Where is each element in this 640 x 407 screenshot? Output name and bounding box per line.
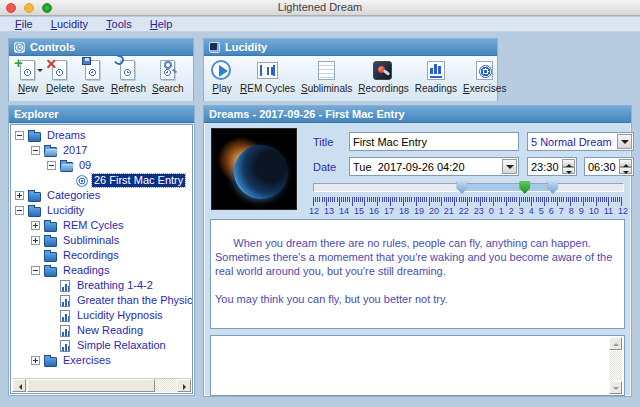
expand-icon[interactable] bbox=[31, 221, 40, 230]
tree-item-breathing-1-4-2[interactable]: Breathing 1-4-2 bbox=[11, 278, 192, 293]
scrollbar-thumb[interactable] bbox=[27, 379, 155, 392]
delete-button[interactable]: ✕ Delete bbox=[43, 58, 78, 96]
collapse-icon[interactable] bbox=[31, 266, 40, 275]
lucidity-panel-icon bbox=[209, 42, 220, 53]
readings-icon bbox=[424, 59, 448, 83]
scroll-right-icon[interactable] bbox=[177, 379, 191, 392]
tree-item-simple-relaxation[interactable]: Simple Relaxation bbox=[11, 338, 192, 353]
timeline-marker-end[interactable] bbox=[547, 181, 558, 194]
ruler-tick bbox=[596, 197, 597, 206]
ruler-tick bbox=[384, 197, 385, 202]
new-button[interactable]: + New bbox=[13, 58, 43, 96]
dream-image[interactable] bbox=[211, 128, 297, 210]
timeline-slider[interactable] bbox=[313, 181, 624, 194]
menu-help[interactable]: Help bbox=[141, 17, 182, 31]
ruler-tick bbox=[382, 197, 383, 202]
tree-item-subliminals[interactable]: Subliminals bbox=[11, 233, 192, 248]
play-button[interactable]: Play bbox=[207, 58, 237, 96]
menu-file[interactable]: File bbox=[6, 17, 42, 31]
rem-cycles-icon bbox=[256, 59, 280, 83]
ruler-tick bbox=[544, 197, 545, 206]
ruler-tick bbox=[495, 197, 496, 202]
scroll-left-icon[interactable] bbox=[12, 379, 26, 392]
recordings-button[interactable]: Recordings bbox=[355, 58, 412, 96]
collapse-icon[interactable] bbox=[15, 131, 24, 140]
explorer-horizontal-scrollbar[interactable] bbox=[12, 378, 191, 392]
spinner-buttons[interactable] bbox=[562, 159, 575, 174]
sleep-time-spinner[interactable]: 23:30 bbox=[527, 157, 577, 176]
wake-time-spinner[interactable]: 06:30 bbox=[584, 157, 634, 176]
tree-item-26-first-mac-entry[interactable]: 26 First Mac Entry bbox=[11, 173, 192, 188]
hour-label: 13 bbox=[324, 206, 334, 216]
dream-type-select[interactable]: 5 Normal Dream bbox=[527, 132, 634, 151]
hour-label: 5 bbox=[539, 206, 544, 216]
scroll-down-icon[interactable] bbox=[609, 381, 622, 394]
expand-icon[interactable] bbox=[15, 191, 24, 200]
ruler-tick bbox=[386, 197, 387, 202]
chevron-down-icon[interactable] bbox=[617, 134, 632, 149]
timeline-marker-start[interactable] bbox=[456, 181, 467, 194]
tree-item-lucidity-hypnosis[interactable]: Lucidity Hypnosis bbox=[11, 308, 192, 323]
tree-item-readings[interactable]: Readings bbox=[11, 263, 192, 278]
tree-item-greater-than-the-physical[interactable]: Greater than the Physical W bbox=[11, 293, 192, 308]
ruler-tick bbox=[405, 197, 406, 202]
save-button[interactable]: Save bbox=[78, 58, 108, 96]
controls-panel-title: Controls bbox=[30, 41, 75, 53]
ruler-tick bbox=[566, 197, 567, 202]
notes-vertical-scrollbar[interactable] bbox=[609, 337, 623, 394]
refresh-button[interactable]: Refresh bbox=[108, 58, 149, 96]
ruler-tick bbox=[540, 197, 541, 202]
lucidity-toolbar: Play REM Cycles Subliminals Recordings R… bbox=[204, 56, 497, 101]
dream-body-textarea[interactable]: When you dream there are no rules, peopl… bbox=[210, 219, 625, 329]
expand-icon[interactable] bbox=[31, 236, 40, 245]
exercises-button[interactable]: Exercises bbox=[460, 58, 509, 96]
menu-lucidity[interactable]: Lucidity bbox=[42, 17, 97, 31]
ruler-tick bbox=[546, 197, 547, 202]
tree-item-2017[interactable]: 2017 bbox=[11, 143, 192, 158]
delete-entry-icon: ✕ bbox=[48, 59, 72, 83]
ruler-tick bbox=[330, 197, 331, 202]
tree-item-exercises[interactable]: Exercises bbox=[11, 353, 192, 368]
ruler-tick bbox=[587, 197, 588, 202]
explorer-tree: Dreams 2017 09 26 First Mac Entry Catego bbox=[10, 124, 193, 394]
folder-icon bbox=[44, 267, 57, 277]
explorer-panel-header: Explorer bbox=[9, 106, 194, 123]
tree-item-rem-cycles[interactable]: REM Cycles bbox=[11, 218, 192, 233]
date-picker[interactable]: Tue 2017-09-26 04:20 bbox=[349, 157, 519, 176]
collapse-icon[interactable] bbox=[15, 206, 24, 215]
spinner-buttons[interactable] bbox=[619, 159, 632, 174]
ruler-tick bbox=[512, 197, 513, 202]
ruler-tick bbox=[474, 197, 475, 202]
rem-cycles-button[interactable]: REM Cycles bbox=[237, 58, 298, 96]
scrollbar-track[interactable] bbox=[609, 351, 622, 380]
tree-item-lucidity[interactable]: Lucidity bbox=[11, 203, 192, 218]
scroll-up-icon[interactable] bbox=[609, 337, 622, 350]
reading-icon bbox=[60, 280, 70, 292]
dream-entry-header-title: Dreams - 2017-09-26 - First Mac Entry bbox=[209, 108, 405, 120]
dream-notes-textarea[interactable] bbox=[210, 335, 625, 396]
title-input[interactable]: First Mac Entry bbox=[349, 132, 519, 151]
scrollbar-track[interactable] bbox=[155, 379, 176, 392]
timeline-active-range bbox=[462, 184, 553, 191]
ruler-tick bbox=[499, 197, 500, 202]
save-icon bbox=[81, 59, 105, 83]
readings-button[interactable]: Readings bbox=[412, 58, 460, 96]
tree-item-categories[interactable]: Categories bbox=[11, 188, 192, 203]
tree-item-recordings[interactable]: Recordings bbox=[11, 248, 192, 263]
chevron-down-icon[interactable] bbox=[502, 159, 517, 174]
ruler-tick bbox=[600, 197, 601, 202]
ruler-tick bbox=[482, 197, 483, 202]
hour-label: 17 bbox=[384, 206, 394, 216]
collapse-icon[interactable] bbox=[31, 146, 40, 155]
menubar: File Lucidity Tools Help bbox=[0, 17, 640, 32]
menu-tools[interactable]: Tools bbox=[97, 17, 141, 31]
timeline-marker-current[interactable] bbox=[519, 181, 530, 194]
subliminals-button[interactable]: Subliminals bbox=[298, 58, 355, 96]
expand-icon[interactable] bbox=[31, 356, 40, 365]
tree-item-new-reading[interactable]: New Reading bbox=[11, 323, 192, 338]
search-button[interactable]: Search bbox=[149, 58, 187, 96]
tree-item-09[interactable]: 09 bbox=[11, 158, 192, 173]
ruler-tick bbox=[497, 197, 498, 202]
tree-item-dreams[interactable]: Dreams bbox=[11, 128, 192, 143]
collapse-icon[interactable] bbox=[47, 161, 56, 170]
